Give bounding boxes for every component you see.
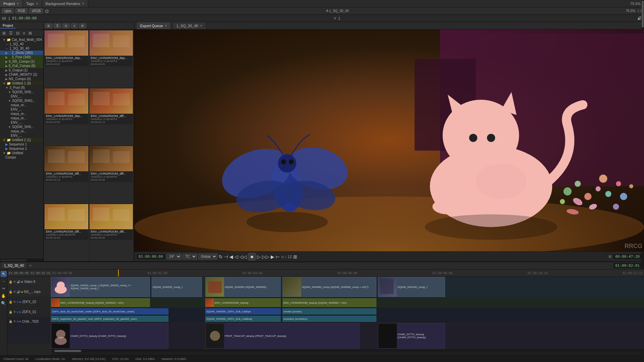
detail-icon[interactable]: ≡ [22,31,26,36]
thumb-view-btn4[interactable]: ≡ [71,23,77,28]
track-lock-2dfx01[interactable]: 🔒 [9,310,12,314]
timeline-scrollbar-h[interactable] [51,349,644,352]
tree-item-env2[interactable]: ENV_... [0,107,43,112]
tab-project-close[interactable]: ✕ [16,2,19,5]
lp-tab-project[interactable]: Project [0,23,16,28]
loop-mode-btn[interactable]: ○ [281,254,284,259]
track-audio-icon2[interactable]: 🔊 [17,290,20,294]
thumbnail-item-6[interactable]: ENV_LIVINGROOM_diff...1920x812 100f @24F… [44,204,89,261]
video-clip-2[interactable]: SQ040_SH0030_comp_f [152,277,202,297]
tree-item-maya2[interactable]: maya_re... [0,112,43,116]
audio-clip-3[interactable]: ENV_LIVINGROOM_beauty (SQ040_SH0060 > v0… [282,298,376,307]
track-eye-icon2[interactable]: 👁 [13,290,16,294]
tl-tool-hand[interactable]: ✋ [1,293,7,299]
viewer-tab-sq30[interactable]: 1_SQ_30_40 ✕ [173,22,206,29]
tl-tool-arrow[interactable]: → [1,278,7,284]
video-clip-1[interactable]: SQ040_SH020_comp_f (SQ040_SH020_comp_f >… [51,277,150,297]
tree-item-charmonty[interactable]: ▶ CHAR_MONTY (2) [0,72,43,77]
track-eye-char[interactable]: 👁 [13,320,16,323]
track-lock-icon2[interactable]: 🔒 [9,290,12,294]
video-clip-5[interactable]: SQ030_SH0190_comp_f [378,277,445,297]
audio-clip-1[interactable]: ENV_LIVINGROOM_beauty (SQ040_SH0020 > v0… [51,298,150,307]
tab-bg-renders-close[interactable]: ✕ [82,2,85,5]
fx-clip-2dfx01-1[interactable]: 2DFX_explosion_00_plant02_over (2DFX_exp… [51,316,168,322]
tree-item-env4[interactable]: ENV_... [0,133,43,138]
thumb-view-btn5[interactable]: ⊞ [79,23,86,28]
viewer-canvas[interactable]: RRCG [134,29,644,251]
tree-item-sq030sh0[interactable]: ▼ SQ030_SH0... [0,90,43,94]
thumbnail-item-3[interactable]: ENV_LIVINGROOM_diff...1920x812 1f @24FPS… [89,88,133,145]
next-frame-btn[interactable]: ▶ [271,254,274,259]
grid-icon[interactable]: ⊟ [15,31,20,36]
video-clip-4[interactable]: SQ040_SH0060_comp (SQ040_SH0060_comp > v… [282,277,376,297]
tab-tags-close[interactable]: ✕ [36,2,39,5]
tree-item-untitled2[interactable]: ▼ 📁 Untitled 2 (1) [0,138,43,142]
tl-tool-zoom[interactable]: 🔍 [1,300,7,306]
tree-item-seq1a[interactable]: ▶ Sequence 1 [0,142,43,146]
loop-btn[interactable]: ↻ [219,254,223,259]
tl-tool-select[interactable]: ↖ [1,271,7,277]
tree-item-env3[interactable]: ENV_... [0,120,43,125]
tc-select[interactable]: TC [183,254,197,259]
track-lock-2dfx02[interactable]: 🔒 [9,300,12,304]
expand-btn[interactable]: ⊞ [293,254,297,259]
thumb-view-btn2[interactable]: ☰ [54,23,61,28]
tree-item-untitled1[interactable]: ▼ 📁 Untitled 1 (9) [0,81,43,85]
fx-clip-2dfx01-2[interactable]: SQ040_SH0050_2DFX_01A_CatBody [205,316,281,322]
tree-item-env1[interactable]: ENV_... [0,94,43,99]
tree-item-sq040sh0[interactable]: ▼ SQ040_SH0... [0,125,43,129]
rgb-button[interactable]: RGB [15,8,28,13]
char-clip-2[interactable]: PROP_TEACUP_beauty (PROP_TEACUP_beauty) [205,323,360,349]
thumb-view-btn1[interactable]: ⊞ [45,23,52,28]
tree-item-untitled[interactable]: ▼ 📁 Untitled [0,151,43,155]
tree-item-comps[interactable]: Comps [0,155,43,160]
video-clip-3[interactable]: SQ040_SH0050 (SQ040_SH0050) [205,277,281,297]
track-eye-2dfx02[interactable]: 👁 [13,300,16,304]
tl-tab-sq30[interactable]: 1_SQ_30_40 [2,263,26,268]
fx-clip-2dfx02-3[interactable]: smoke (smoke) [282,308,376,314]
play-btn[interactable]: ▷ [257,254,261,259]
srgb-button[interactable]: sRGB [30,8,43,13]
mark-in-btn[interactable]: ⊣ [224,254,228,259]
char-clip-1[interactable]: CHAR_DITTO_beauty (CHAR_DITTO_beauty) [51,323,168,349]
new-folder-icon[interactable]: ⊞ [1,31,7,36]
viewer-tab-export-close[interactable]: ✕ [165,24,167,27]
mark-out-btn[interactable]: ⊢ [276,254,280,259]
track-lock-icon[interactable]: 🔒 [9,280,12,284]
tree-item-5comps[interactable]: ▶ 5_Full_Comps (8) [0,64,43,68]
list-icon[interactable]: ☰ [8,31,14,36]
audio-clip-2[interactable]: ENV_LIVINGROOM_beauty [205,298,281,307]
play-reverse-btn[interactable]: ◁◁ [239,254,247,259]
scrollbar-thumb[interactable] [54,350,81,352]
tree-item-3post-sub[interactable]: ▼ 3_Post (8) [0,85,43,90]
tree-item-sq030sh01[interactable]: ▼ SQ030_SH01... [0,99,43,103]
prev-frame-btn[interactable]: ◀ [229,254,233,259]
tree-item-maya3[interactable]: maya_re... [0,116,43,120]
track-lock-char[interactable]: 🔒 [9,320,12,323]
thumbnail-item-5[interactable]: ENV_LIVINGROOM_diff...1920x812 1f @24FPS… [89,146,133,203]
fx-clip-2dfx02-2[interactable]: SQ040_SH0050_2DFX_01B_CatEye [205,308,281,314]
tree-item-seq1b[interactable]: ▶ Sequence 1 [0,146,43,151]
tl-tool-blade[interactable]: ✂ [1,286,7,292]
thumbnail-item-2[interactable]: ENV_LIVINGROOM_dep...1920x812 1f @24FPS0… [44,88,89,145]
tree-item-maya4[interactable]: maya_re... [0,129,43,133]
timeline-playhead[interactable] [118,269,119,277]
tree-item-2shots[interactable]: ▶ 2_Shots (380) [0,51,43,55]
track-eye-2dfx01[interactable]: 👁 [13,310,16,314]
tree-item-3post[interactable]: ▶ 3_Post (349) [0,55,43,59]
thumbnail-item-1[interactable]: ENV_LIVINGROOM_dep...1920x812 1f @24FPS0… [89,30,133,87]
tab-project[interactable]: Project ✕ [0,0,23,7]
tab-tags[interactable]: Tags ✕ [23,0,42,7]
thumbnail-item-0[interactable]: ENV_LIVINGROOM_dep...1920x812 1f @24FPS0… [44,30,89,87]
tree-item-4ns[interactable]: ▶ 4_NS_Comps (1) [0,59,43,64]
step-back-btn[interactable]: ◁ [234,254,238,259]
track-audio-icon[interactable]: 🔊 [17,280,20,284]
fx-clip-2dfx01-3[interactable]: evolution (evolution) [282,316,376,322]
sort-icon[interactable]: ⊞ [28,31,33,36]
char-clip-3[interactable]: CHAR_DITTO_beauty (CHAR_DITTO_beauty) [378,323,445,349]
global-select[interactable]: Global [198,254,217,259]
fps-select[interactable]: 24* [167,254,181,259]
fx-clip-2dfx02-1[interactable]: 2DFX_dust_00_bookChair_under (2DFX_dust_… [51,308,168,314]
tab-bg-renders[interactable]: Background Renders ✕ [42,0,88,7]
track-eye-icon[interactable]: 👁 [13,280,16,284]
